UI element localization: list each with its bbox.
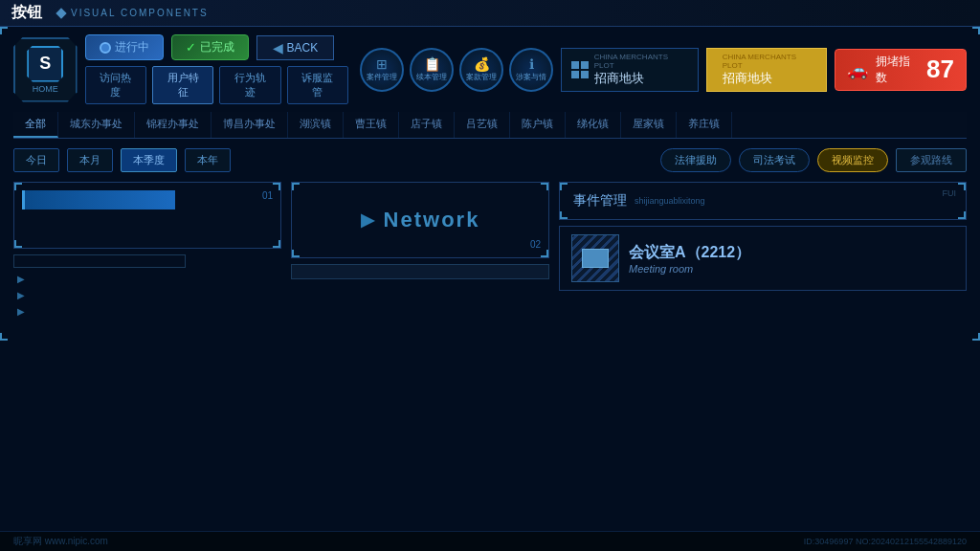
circle-blue-icon — [100, 42, 111, 54]
car-icon: 🚗 — [847, 59, 868, 80]
filter-row: 今日 本月 本季度 本年 法律援助 司法考试 视频监控 参观路线 — [13, 148, 967, 172]
check-icon: ✓ — [186, 40, 196, 55]
susu-guan-button[interactable]: 诉服监管 — [287, 66, 348, 104]
main-area: S HOME 进行中 ✓ 已完成 ◀ BACK 访问热 — [0, 27, 980, 341]
right-panel: FUI 事件管理 shijianguablixitong 会议室A（2212） — [559, 182, 967, 333]
falv-yuan-tag[interactable]: 法律援助 — [660, 148, 731, 172]
watermark: 昵享网 www.nipic.com — [13, 535, 108, 548]
panel-label-01: 01 — [262, 190, 273, 201]
home-logo-inner: S — [27, 46, 63, 82]
sifa-kaoshi-tag[interactable]: 司法考试 — [739, 148, 810, 172]
screen-icon — [582, 249, 609, 268]
doc-icon: 📋 — [424, 56, 440, 73]
money-icon: 💰 — [474, 56, 490, 73]
event-panel: FUI 事件管理 shijianguablixitong — [559, 182, 967, 220]
nav-tab-6[interactable]: 店子镇 — [399, 112, 455, 138]
merchant-2-text: CHINA MERCHANTS PLOT 招商地块 — [723, 53, 816, 87]
circle-btn-4[interactable]: ℹ 涉案与情 — [509, 48, 553, 92]
home-logo: S HOME — [13, 37, 78, 102]
quarter-btn[interactable]: 本季度 — [121, 148, 177, 172]
panel-box-1: 01 — [13, 182, 281, 249]
back-button[interactable]: ◀ BACK — [256, 35, 335, 60]
toolbar-row: S HOME 进行中 ✓ 已完成 ◀ BACK 访问热 — [13, 34, 967, 104]
route-tag[interactable]: 参观路线 — [896, 148, 967, 172]
nav-tab-1[interactable]: 城东办事处 — [58, 112, 135, 138]
nav-tab-11[interactable]: 养庄镇 — [677, 112, 732, 138]
jinxingzhong-button[interactable]: 进行中 — [85, 34, 164, 60]
merchant-block-2[interactable]: CHINA MERCHANTS PLOT 招商地块 — [706, 48, 827, 92]
nav-tabs: 全部 城东办事处 锦程办事处 博昌办事处 湖滨镇 曹王镇 店子镇 吕艺镇 陈户镇… — [13, 112, 967, 139]
back-arrow-icon: ◀ — [273, 40, 283, 55]
event-title: 事件管理 shijianguablixitong — [573, 192, 952, 209]
nav-tab-7[interactable]: 吕艺镇 — [455, 112, 510, 138]
grid-icon-1 — [571, 61, 589, 78]
meeting-subtitle: Meeting room — [629, 263, 954, 275]
meeting-panel: 会议室A（2212） Meeting room — [559, 226, 967, 291]
blue-bar-1 — [22, 190, 175, 209]
small-bar — [13, 254, 186, 268]
nav-tab-2[interactable]: 锦程办事处 — [135, 112, 212, 138]
circle-btn-3[interactable]: 💰 案款管理 — [459, 48, 503, 92]
nav-tab-9[interactable]: 绨化镇 — [566, 112, 621, 138]
network-label: ▶ Network — [361, 208, 480, 232]
page-title: 按钮 — [11, 3, 42, 23]
nav-tab-5[interactable]: 曹王镇 — [344, 112, 399, 138]
fui-label: FUI — [943, 188, 957, 198]
meeting-icon-box — [571, 234, 619, 282]
status-row: 进行中 ✓ 已完成 ◀ BACK — [85, 34, 349, 60]
header-bar: 按钮 VISUAL COMPONENTS — [0, 0, 980, 27]
info-icon: ℹ — [529, 56, 534, 73]
nav-tab-10[interactable]: 屋家镇 — [621, 112, 677, 138]
case-icon: ⊞ — [376, 56, 388, 73]
yonghu-tezhen-button[interactable]: 用户特征 — [152, 66, 213, 104]
nav-tab-3[interactable]: 博昌办事处 — [212, 112, 288, 138]
bottom-bar: 昵享网 www.nipic.com ID:30496997 NO:2024021… — [0, 531, 980, 551]
status-buttons: 进行中 ✓ 已完成 ◀ BACK 访问热度 用户特征 行为轨迹 诉服监管 — [85, 34, 349, 104]
merchant-1-text: CHINA MERCHANTS PLOT 招商地块 — [594, 53, 688, 87]
id-info: ID:30496997 NO:20240212155542889120 — [804, 537, 967, 546]
month-btn[interactable]: 本月 — [67, 148, 113, 172]
nav-tab-4[interactable]: 湖滨镇 — [288, 112, 344, 138]
network-panel: ▶ Network 02 — [291, 182, 549, 258]
nav-tab-0[interactable]: 全部 — [13, 112, 58, 138]
middle-panel: ▶ Network 02 — [291, 182, 549, 333]
traffic-block[interactable]: 🚗 拥堵指数 87 — [835, 49, 967, 91]
function-buttons: 访问热度 用户特征 行为轨迹 诉服监管 — [85, 66, 349, 104]
arrow-2: ▶ — [17, 290, 281, 300]
content-row: 01 ▶ ▶ ▶ ▶ ▶ Network 02 — [13, 182, 967, 333]
video-monitor-tag[interactable]: 视频监控 — [817, 148, 888, 172]
fangwen-redu-button[interactable]: 访问热度 — [85, 66, 146, 104]
merchant-block-1[interactable]: CHINA MERCHANTS PLOT 招商地块 — [561, 48, 699, 92]
circle-btn-1[interactable]: ⊞ 案件管理 — [360, 48, 404, 92]
circle-btn-2[interactable]: 📋 续本管理 — [410, 48, 454, 92]
meeting-title: 会议室A（2212） — [629, 243, 954, 263]
home-logo-symbol: S — [39, 54, 51, 74]
year-btn[interactable]: 本年 — [185, 148, 231, 172]
arrow-3: ▶ — [17, 306, 281, 317]
yiwancheng-button[interactable]: ✓ 已完成 — [171, 34, 249, 60]
gray-bar — [291, 264, 549, 279]
meeting-text: 会议室A（2212） Meeting room — [629, 243, 954, 275]
nav-tab-8[interactable]: 陈户镇 — [510, 112, 566, 138]
stripe-background — [572, 235, 618, 281]
xingwei-guitai-button[interactable]: 行为轨迹 — [219, 66, 280, 104]
panel-label-02: 02 — [530, 239, 541, 250]
left-indicators: ▶ ▶ ▶ ▶ — [13, 274, 281, 333]
header-subtitle: VISUAL COMPONENTS — [71, 8, 209, 18]
left-panel: 01 ▶ ▶ ▶ ▶ — [13, 182, 281, 333]
diamond-icon — [56, 8, 66, 18]
arrow-1: ▶ — [17, 274, 281, 284]
home-label: HOME — [33, 84, 58, 94]
network-arrow-icon: ▶ — [361, 209, 376, 231]
circle-buttons: ⊞ 案件管理 📋 续本管理 💰 案款管理 ℹ 涉案与情 — [360, 48, 553, 92]
today-btn[interactable]: 今日 — [13, 148, 59, 172]
